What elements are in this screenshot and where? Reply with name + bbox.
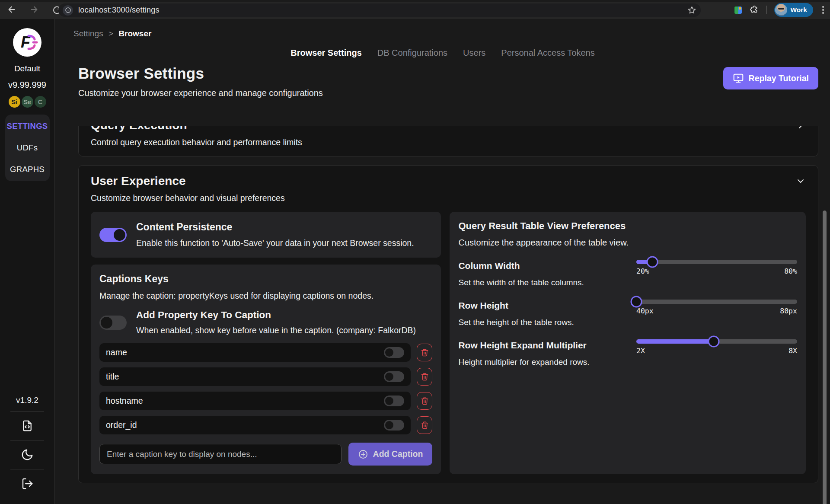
add-property-key-toggle[interactable] <box>99 316 127 330</box>
row-height-label: Row Height <box>458 300 574 311</box>
chevron-down-icon[interactable] <box>795 176 806 186</box>
sidebar-item-graphs[interactable]: GRAPHS <box>10 165 45 174</box>
caption-key-toggle[interactable] <box>384 396 404 406</box>
query-execution-description: Control query execution behavior and per… <box>91 137 806 147</box>
table-view-preferences-box: Query Result Table View Preferences Cust… <box>450 212 806 474</box>
row-height-slider[interactable]: 40px 80px <box>636 297 797 327</box>
slider-max-label: 80% <box>784 267 797 275</box>
delete-caption-button[interactable] <box>417 368 432 386</box>
page-subtitle: Customize your browser experience and ma… <box>78 88 323 98</box>
status-badge[interactable]: C <box>35 96 46 108</box>
pinned-extension-icon[interactable] <box>734 6 742 14</box>
tab-users[interactable]: Users <box>463 48 485 60</box>
back-icon[interactable] <box>6 4 17 15</box>
sidebar-item-settings[interactable]: SETTINGS <box>7 121 48 131</box>
content-persistence-toggle[interactable] <box>99 228 127 242</box>
app-version: v1.9.2 <box>16 396 38 405</box>
slider-min-label: 2X <box>636 347 645 355</box>
site-info-icon[interactable] <box>63 5 73 16</box>
caption-key-label: name <box>106 348 127 357</box>
add-property-key-title: Add Property Key To Caption <box>136 309 416 321</box>
slider-handle[interactable] <box>708 336 719 348</box>
chevron-right-icon[interactable] <box>795 126 806 131</box>
table-prefs-title: Query Result Table View Preferences <box>458 220 797 232</box>
content-persistence-box: Content Persistence Enable this function… <box>91 212 441 258</box>
replay-tutorial-button[interactable]: Replay Tutorial <box>723 67 818 89</box>
slider-min-label: 40px <box>636 307 654 315</box>
column-width-slider[interactable]: 20% 80% <box>636 257 797 287</box>
vertical-scrollbar[interactable] <box>823 211 827 504</box>
row-height-description: Set the height of the table rows. <box>458 318 574 327</box>
delete-caption-button[interactable] <box>417 416 432 434</box>
db-version: v9.99.999 <box>8 80 46 90</box>
delete-caption-button[interactable] <box>417 344 432 361</box>
sidebar-nav: SETTINGS UDFs GRAPHS <box>5 115 50 181</box>
caption-key-pill: title <box>99 367 411 386</box>
tab-personal-access-tokens[interactable]: Personal Access Tokens <box>501 48 594 60</box>
slider-handle[interactable] <box>647 256 658 268</box>
add-property-key-description: When enabled, show key before value in t… <box>136 325 416 335</box>
status-badge[interactable]: Si <box>9 96 20 108</box>
breadcrumb-separator: > <box>109 29 113 38</box>
caption-key-input[interactable] <box>99 444 342 464</box>
settings-tabs: Browser Settings DB Configurations Users… <box>55 48 830 60</box>
add-caption-button[interactable]: Add Caption <box>348 443 433 466</box>
column-width-label: Column Width <box>458 261 584 271</box>
expand-multiplier-label: Row Height Expand Multiplier <box>458 340 589 351</box>
caption-key-toggle[interactable] <box>384 420 404 431</box>
user-experience-header[interactable]: User Experience <box>91 174 806 188</box>
browser-chrome: localhost:3000/settings Work <box>0 0 830 19</box>
sidebar: F Default v9.99.999 Si Se C SETTINGS UDF… <box>0 19 55 504</box>
tab-db-configurations[interactable]: DB Configurations <box>377 48 447 60</box>
forward-icon[interactable] <box>29 4 40 15</box>
logout-icon[interactable] <box>21 469 34 498</box>
caption-key-toggle[interactable] <box>384 371 404 382</box>
monitor-play-icon <box>733 73 744 84</box>
column-width-group: Column Width Set the width of the table … <box>458 257 797 287</box>
caption-key-label: title <box>106 372 119 382</box>
url-text[interactable]: localhost:3000/settings <box>78 6 160 15</box>
breadcrumb-browser: Browser <box>118 29 151 38</box>
chrome-divider <box>766 6 767 14</box>
caption-key-label: order_id <box>106 420 137 430</box>
column-width-description: Set the width of the table columns. <box>458 278 584 287</box>
bookmark-star-icon[interactable] <box>687 6 696 15</box>
slider-max-label: 8X <box>788 347 797 355</box>
address-bar[interactable]: localhost:3000/settings <box>58 3 701 17</box>
table-prefs-description: Customize the appearance of the table vi… <box>458 238 797 248</box>
delete-caption-button[interactable] <box>417 392 432 410</box>
avatar <box>775 4 787 16</box>
caption-key-pill: order_id <box>99 416 411 434</box>
row-height-group: Row Height Set the height of the table r… <box>458 297 797 327</box>
caption-key-toggle[interactable] <box>384 347 404 358</box>
caption-key-row: title <box>99 367 432 386</box>
tab-browser-settings[interactable]: Browser Settings <box>290 48 361 60</box>
expand-multiplier-slider[interactable]: 2X 8X <box>636 337 797 367</box>
content-persistence-title: Content Persistence <box>136 221 414 233</box>
query-execution-title: Query Execution <box>91 126 187 132</box>
query-execution-card: Query Execution Control query execution … <box>78 126 818 156</box>
file-code-icon[interactable] <box>21 411 34 440</box>
query-execution-header[interactable]: Query Execution <box>91 126 806 132</box>
user-experience-title: User Experience <box>91 174 185 188</box>
profile-button[interactable]: Work <box>774 3 813 17</box>
settings-scroll-area[interactable]: Query Execution Control query execution … <box>78 126 818 485</box>
slider-max-label: 80px <box>780 307 797 315</box>
status-badge[interactable]: Se <box>22 96 33 108</box>
chrome-menu-icon[interactable] <box>820 4 826 16</box>
user-experience-description: Customize browser behavior and visual pr… <box>91 193 806 203</box>
sidebar-item-udfs[interactable]: UDFs <box>17 143 38 153</box>
plus-circle-icon <box>358 449 368 459</box>
breadcrumb-settings[interactable]: Settings <box>73 29 103 38</box>
extensions-puzzle-icon[interactable] <box>750 5 759 15</box>
main-content: Settings > Browser Browser Settings DB C… <box>55 19 830 504</box>
slider-handle[interactable] <box>631 296 642 308</box>
dark-mode-moon-icon[interactable] <box>21 440 34 469</box>
captions-keys-title: Captions Keys <box>99 273 432 285</box>
falkordb-logo[interactable]: F <box>13 28 42 57</box>
status-badges: Si Se C <box>9 96 46 108</box>
page-title: Browser Settings <box>78 65 323 82</box>
caption-key-row: hostname <box>99 392 432 410</box>
captions-keys-box: Captions Keys Manage the caption: proper… <box>91 265 441 474</box>
caption-keys-list: name title <box>99 343 432 434</box>
